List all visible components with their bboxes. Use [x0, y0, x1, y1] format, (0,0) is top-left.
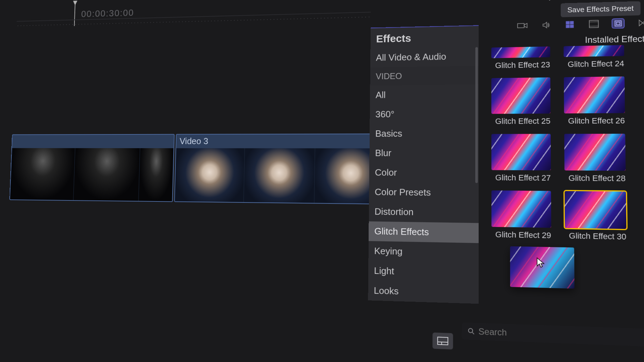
ruler-ticks — [16, 16, 371, 27]
layout-toggle-button[interactable] — [432, 333, 453, 350]
effect-label: Glitch Effect 27 — [491, 173, 555, 183]
effect-label: Glitch Effect 29 — [491, 230, 555, 241]
effect-item-24[interactable]: Glitch Effect 24 — [564, 45, 628, 69]
svg-rect-0 — [518, 23, 524, 28]
timeline-clip-1[interactable] — [9, 134, 175, 202]
effect-item-30[interactable]: Glitch Effect 30 — [565, 191, 630, 242]
effect-label: Glitch Effect 26 — [564, 116, 629, 126]
inspector-tabs — [517, 18, 644, 30]
save-effects-preset-button[interactable]: Save Effects Preset — [560, 1, 641, 17]
info-tab-icon[interactable] — [564, 20, 576, 29]
svg-rect-12 — [438, 337, 448, 345]
timeline-clip-2[interactable]: Video 3 — [174, 133, 388, 204]
categories-scrollbar[interactable] — [475, 47, 478, 183]
effect-item-26[interactable]: Glitch Effect 26 — [564, 76, 629, 126]
effects-search[interactable] — [462, 322, 644, 347]
effect-item-27[interactable]: Glitch Effect 27 — [491, 134, 555, 183]
effect-label: Glitch Effect 23 — [491, 60, 554, 70]
effects-categories-panel: Effects All Video & Audio VIDEO All 360°… — [368, 25, 479, 304]
video-tab-icon[interactable] — [517, 21, 528, 30]
effect-label: Glitch Effect 28 — [565, 173, 630, 183]
effect-thumb — [491, 47, 550, 58]
timecode-label: 00:00:30:00 — [81, 7, 135, 19]
effect-thumb — [491, 134, 551, 170]
cat-color[interactable]: Color — [369, 163, 479, 183]
effect-item-25[interactable]: Glitch Effect 25 — [491, 77, 554, 126]
cat-blur[interactable]: Blur — [369, 143, 479, 163]
effect-label: Glitch Effect 30 — [565, 231, 630, 242]
svg-line-6 — [589, 22, 598, 22]
effect-label: Glitch Effect 25 — [491, 116, 554, 126]
cat-light[interactable]: Light — [368, 261, 479, 284]
effect-thumb — [491, 190, 551, 228]
svg-rect-2 — [570, 21, 574, 24]
svg-rect-9 — [616, 22, 620, 25]
effect-thumb — [491, 77, 551, 114]
svg-line-13 — [438, 342, 448, 342]
cat-looks[interactable]: Looks — [368, 281, 478, 304]
effects-grid-panel: Installed Effects Glitch Effect 23 Glitc… — [480, 33, 644, 37]
search-icon — [468, 327, 475, 335]
effect-thumb — [565, 191, 626, 229]
effect-thumb — [564, 45, 624, 57]
svg-line-11 — [472, 333, 474, 334]
cat-basics[interactable]: Basics — [370, 124, 479, 143]
px-value: 0 px — [542, 0, 557, 1]
timeline-ruler[interactable]: 00:00:30:00 — [16, 0, 371, 34]
search-input[interactable] — [478, 326, 644, 344]
cat-keying[interactable]: Keying — [368, 241, 478, 263]
effect-item-28[interactable]: Glitch Effect 28 — [564, 134, 630, 183]
effect-item-29[interactable]: Glitch Effect 29 — [491, 190, 555, 240]
cat-all[interactable]: All — [370, 84, 479, 105]
cat-glitch-effects[interactable]: Glitch Effects — [369, 221, 479, 243]
layout-icon — [437, 337, 448, 345]
svg-rect-3 — [566, 25, 570, 28]
svg-point-10 — [469, 328, 473, 333]
effect-label: Glitch Effect 24 — [564, 59, 628, 69]
audio-tab-icon[interactable] — [540, 21, 551, 29]
effect-item-23[interactable]: Glitch Effect 23 — [491, 46, 554, 70]
clip-title: Video 3 — [179, 136, 208, 147]
effects-tab-icon[interactable] — [612, 19, 624, 28]
cat-header-video: VIDEO — [370, 66, 478, 85]
transitions-tab-icon[interactable] — [637, 18, 644, 27]
svg-rect-5 — [589, 20, 598, 27]
installed-effects-dropdown[interactable]: Installed Effects — [585, 34, 644, 45]
svg-rect-8 — [615, 21, 621, 26]
effect-thumb — [564, 134, 626, 171]
cursor-icon — [536, 257, 546, 268]
cat-distortion[interactable]: Distortion — [369, 202, 479, 223]
effect-thumb — [564, 76, 625, 113]
svg-rect-4 — [570, 25, 574, 28]
effects-title: Effects — [371, 26, 479, 48]
filmstrip-tab-icon[interactable] — [588, 19, 599, 28]
svg-line-7 — [589, 26, 598, 26]
svg-rect-1 — [566, 21, 570, 24]
cat-all-video-audio[interactable]: All Video & Audio — [370, 46, 479, 67]
cat-color-presets[interactable]: Color Presets — [369, 182, 479, 203]
installed-label: Installed Effects — [585, 34, 644, 45]
playhead[interactable] — [74, 3, 75, 26]
cat-360[interactable]: 360° — [370, 104, 478, 124]
